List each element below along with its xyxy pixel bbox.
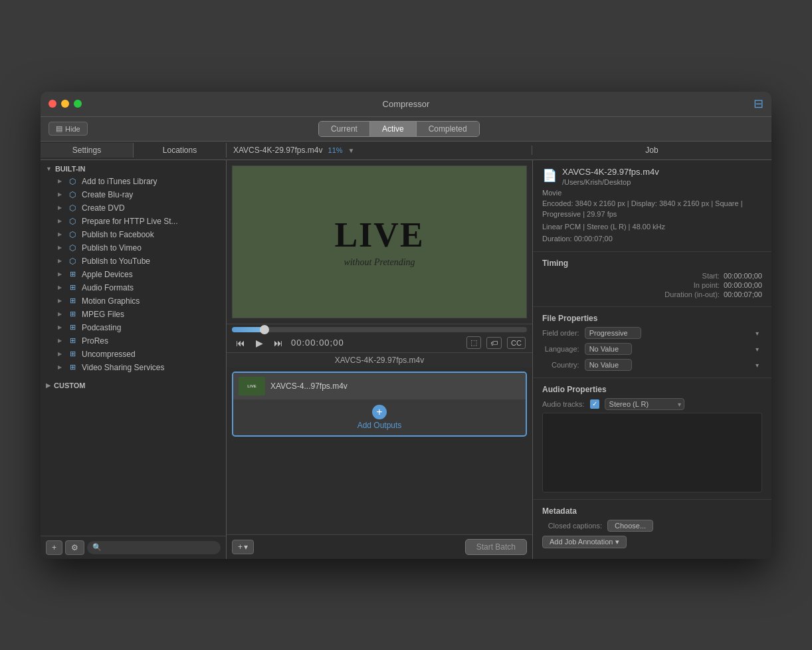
share-icon: ⬡ bbox=[67, 257, 78, 266]
sidebar-item-audio-formats[interactable]: ▶ ⊞ Audio Formats bbox=[41, 281, 226, 294]
file-type: Movie bbox=[542, 189, 762, 197]
add-job-button[interactable]: + ▾ bbox=[232, 540, 254, 554]
batch-row[interactable]: LIVE XAVCS-4...97fps.m4v bbox=[233, 373, 526, 399]
sidebar-item-itunes[interactable]: ▶ ⬡ Add to iTunes Library bbox=[41, 175, 226, 188]
video-content: LIVE without Pretending bbox=[233, 166, 526, 318]
sidebar-item-prores[interactable]: ▶ ⊞ ProRes bbox=[41, 334, 226, 348]
add-button[interactable]: + bbox=[46, 540, 62, 555]
sidebar-item-podcasting[interactable]: ▶ ⊞ Podcasting bbox=[41, 321, 226, 334]
sidebar-item-mpeg[interactable]: ▶ ⊞ MPEG Files bbox=[41, 308, 226, 321]
share-icon[interactable]: ⊟ bbox=[754, 96, 763, 111]
built-in-header[interactable]: ▼ BUILT-IN bbox=[41, 163, 226, 175]
file-path: /Users/Krish/Desktop bbox=[562, 178, 659, 186]
sidebar-item-http[interactable]: ▶ ⬡ Prepare for HTTP Live St... bbox=[41, 215, 226, 228]
video-main-text: LIVE bbox=[334, 215, 424, 255]
custom-arrow: ▶ bbox=[46, 382, 51, 389]
sidebar-item-facebook[interactable]: ▶ ⬡ Publish to Facebook bbox=[41, 228, 226, 241]
language-select-wrap: No Value bbox=[585, 343, 762, 355]
field-order-select[interactable]: Progressive bbox=[585, 327, 641, 339]
filename-strip: XAVCS-4K-29.97fps.m4v bbox=[335, 356, 425, 365]
item-arrow: ▶ bbox=[58, 245, 62, 251]
country-select[interactable]: No Value bbox=[585, 359, 632, 371]
sidebar-item-apple-devices[interactable]: ▶ ⊞ Apple Devices bbox=[41, 268, 226, 281]
file-encoded: Encoded: 3840 x 2160 px | Display: 3840 … bbox=[542, 198, 762, 220]
audio-tracks-select[interactable]: Stereo (L R) bbox=[605, 398, 684, 410]
audio-props-title: Audio Properties bbox=[542, 385, 762, 394]
timing-title: Timing bbox=[542, 259, 762, 268]
stack-icon: ⊞ bbox=[67, 350, 78, 359]
tab-active[interactable]: Active bbox=[370, 122, 417, 136]
video-preview-area: LIVE without Pretending bbox=[227, 160, 532, 324]
language-label: Language: bbox=[542, 345, 579, 353]
search-box[interactable]: 🔍 bbox=[87, 541, 221, 554]
metadata-section: Metadata Closed captions: Choose... Add … bbox=[533, 500, 771, 559]
file-properties-section: File Properties Field order: Progressive… bbox=[533, 307, 771, 378]
audio-checkbox[interactable]: ✓ bbox=[590, 399, 599, 409]
start-val: 00:00:00;00 bbox=[724, 272, 762, 280]
traffic-lights bbox=[49, 100, 82, 108]
file-strip: XAVCS-4K-29.97fps.m4v bbox=[227, 352, 532, 368]
inpoint-val: 00:00:00;00 bbox=[724, 281, 762, 289]
item-arrow: ▶ bbox=[58, 351, 62, 357]
progress-arrow: ▼ bbox=[348, 147, 355, 154]
close-button[interactable] bbox=[49, 100, 56, 108]
hide-button[interactable]: ▤ Hide bbox=[49, 122, 88, 136]
tab-completed[interactable]: Completed bbox=[417, 122, 479, 136]
locations-tab[interactable]: Locations bbox=[134, 143, 226, 158]
sidebar-item-youtube[interactable]: ▶ ⬡ Publish to YouTube bbox=[41, 255, 226, 268]
sidebar-item-motion-graphics[interactable]: ▶ ⊞ Motion Graphics bbox=[41, 294, 226, 308]
sidebar-item-video-sharing[interactable]: ▶ ⊞ Video Sharing Services bbox=[41, 361, 226, 374]
sidebar-item-vimeo[interactable]: ▶ ⬡ Publish to Vimeo bbox=[41, 241, 226, 255]
timing-section: Timing Start: 00:00:00;00 In point: 00:0… bbox=[533, 252, 771, 307]
file-props-grid: Field order: Progressive Language: No Va… bbox=[542, 327, 762, 371]
stack-icon: ⊞ bbox=[67, 336, 78, 346]
plus-icon: + bbox=[238, 542, 243, 552]
progress-handle[interactable] bbox=[260, 325, 269, 334]
custom-header[interactable]: ▶ CUSTOM bbox=[41, 379, 226, 391]
add-annotation-button[interactable]: Add Job Annotation ▾ bbox=[542, 536, 627, 548]
choose-button[interactable]: Choose... bbox=[607, 520, 653, 532]
skip-forward-button[interactable]: ⏭ bbox=[271, 336, 286, 350]
sidebar-item-bluray[interactable]: ▶ ⬡ Create Blu-ray bbox=[41, 188, 226, 201]
file-info-section: 📄 XAVCS-4K-29.97fps.m4v /Users/Krish/Des… bbox=[533, 160, 771, 252]
marker-icon[interactable]: 🏷 bbox=[486, 337, 502, 349]
item-arrow: ▶ bbox=[58, 271, 62, 277]
sidebar-item-uncompressed[interactable]: ▶ ⊞ Uncompressed bbox=[41, 348, 226, 361]
country-select-wrap: No Value bbox=[585, 359, 762, 371]
start-batch-button[interactable]: Start Batch bbox=[465, 539, 527, 555]
play-button[interactable]: ▶ bbox=[253, 336, 266, 350]
audio-properties-section: Audio Properties Audio tracks: ✓ Stereo … bbox=[533, 378, 771, 500]
custom-section: ▶ CUSTOM bbox=[41, 377, 226, 394]
add-outputs[interactable]: + Add Outputs bbox=[233, 399, 526, 435]
sidebar-icon: ▤ bbox=[56, 124, 62, 133]
item-arrow: ▶ bbox=[58, 311, 62, 317]
item-arrow: ▶ bbox=[58, 258, 62, 264]
minimize-button[interactable] bbox=[61, 100, 69, 108]
window-title: Compressor bbox=[383, 99, 430, 109]
stack-icon: ⊞ bbox=[67, 323, 78, 332]
fullscreen-button[interactable] bbox=[74, 100, 82, 108]
item-arrow: ▶ bbox=[58, 218, 62, 224]
crop-icon[interactable]: ⬚ bbox=[466, 336, 481, 349]
captions-row: Closed captions: Choose... bbox=[542, 520, 762, 532]
share-icon: ⬡ bbox=[67, 190, 78, 199]
skip-back-button[interactable]: ⏮ bbox=[233, 336, 248, 350]
sidebar-item-dvd[interactable]: ▶ ⬡ Create DVD bbox=[41, 201, 226, 215]
duration-val: 00:00:07;00 bbox=[724, 290, 762, 298]
timecode: 00:00:00;00 bbox=[291, 338, 344, 348]
tab-current[interactable]: Current bbox=[319, 122, 370, 136]
column-headers: Settings Locations XAVCS-4K-29.97fps.m4v… bbox=[41, 142, 771, 160]
language-select[interactable]: No Value bbox=[585, 343, 632, 355]
settings-tab[interactable]: Settings bbox=[41, 143, 134, 158]
duration-label: Duration (in-out): bbox=[664, 290, 720, 298]
annotation-row: Add Job Annotation ▾ bbox=[542, 536, 762, 548]
audio-tracks-area bbox=[542, 413, 762, 492]
metadata-title: Metadata bbox=[542, 506, 762, 516]
cc-icon[interactable]: CC bbox=[507, 337, 526, 349]
item-arrow: ▶ bbox=[58, 364, 62, 370]
progress-bar[interactable] bbox=[232, 327, 527, 332]
job-header: Job bbox=[532, 143, 771, 158]
settings-button[interactable]: ⚙ bbox=[65, 540, 84, 555]
search-icon: 🔍 bbox=[92, 543, 102, 552]
sidebar-bottom-bar: + ⚙ 🔍 bbox=[41, 536, 226, 559]
